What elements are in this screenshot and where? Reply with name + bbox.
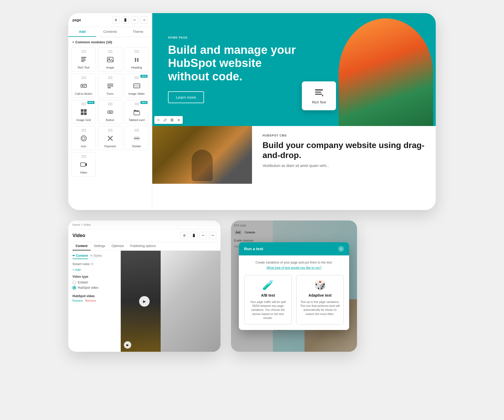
module-card-cta[interactable]: Call-to-Action	[71, 74, 96, 98]
module-card-image-grid[interactable]: NEW Image Grid	[71, 100, 96, 124]
heading-icon: H	[132, 55, 141, 64]
video-screenshot: Home > Video Video 🖥 📱 ↩ ↪ Content Setti…	[68, 220, 220, 352]
sidebar-tabs: Add Contents Theme	[68, 27, 152, 37]
modal-overlay: Run a test × Create variations of your p…	[231, 220, 357, 352]
module-card-rich-text[interactable]: Rich Text	[71, 47, 96, 71]
module-card-divider[interactable]: Divider	[124, 126, 149, 150]
redo-btn[interactable]: ↪	[140, 16, 148, 24]
module-label-payment: Payment	[104, 145, 116, 148]
undo-btn[interactable]: ↩	[131, 16, 138, 24]
toolbar-image-icon[interactable]: 🖼	[169, 117, 175, 123]
module-card-button[interactable]: Button	[98, 100, 122, 124]
ab-test-desc: Your page traffic will be split 50/50 be…	[248, 300, 288, 320]
ab-test-title: A/B test	[261, 293, 275, 297]
rich-text-tooltip: Rich Text	[302, 81, 336, 110]
hubspot-video-radio[interactable]	[72, 286, 76, 290]
bottom-content: HUBSPOT CMS Build your company website u…	[152, 126, 436, 210]
person-silhouette	[339, 18, 433, 126]
mobile-icon-btn[interactable]: 📱	[122, 16, 129, 24]
new-badge-slider: NEW	[140, 75, 148, 78]
hero-label: HOME PAGE	[168, 36, 299, 39]
toolbar-more-icon[interactable]: ⚙	[176, 117, 182, 123]
ab-test-screenshot: Edit page Add Contents Enable structure …	[231, 220, 357, 352]
video-title: Video	[72, 233, 85, 238]
module-card-image-slider[interactable]: NEW Image Slider	[124, 74, 149, 98]
topbar-icons: 🖥 📱 ↩ ↪	[112, 16, 148, 24]
module-card-payment[interactable]: Payment	[98, 126, 122, 150]
play-btn-overlay[interactable]: ▶	[139, 296, 150, 307]
new-badge-grid: NEW	[87, 101, 94, 104]
video-sidebar-content: ✏ Content ✕ Styles Smart rules ⓘ + Add V…	[68, 251, 220, 352]
svg-rect-16	[81, 109, 83, 112]
module-card-video[interactable]: Video	[71, 152, 96, 176]
embed-option[interactable]: Embed	[72, 281, 116, 284]
module-card-heading[interactable]: H Heading	[124, 47, 149, 71]
tab-theme[interactable]: Theme	[124, 27, 152, 37]
toolbar-link-icon[interactable]: 🔗	[162, 117, 168, 123]
drag-drop-subtext: Vestibulum ac diam sit amet quam vehi...	[262, 164, 425, 168]
monitor-icon-btn[interactable]: 🖥	[112, 16, 119, 24]
svg-rect-2	[81, 60, 86, 61]
embed-radio[interactable]	[72, 281, 76, 284]
module-card-form[interactable]: Form	[98, 74, 122, 98]
hero-learn-more-btn[interactable]: Learn more	[168, 91, 204, 103]
new-badge-tabbed: NEW	[140, 101, 148, 104]
module-card-icon[interactable]: Icon	[71, 126, 96, 150]
tab-add[interactable]: Add	[68, 27, 96, 37]
svg-rect-17	[84, 109, 87, 112]
video-tab-publishing[interactable]: Publishing options	[127, 242, 159, 250]
module-label-image: Image	[106, 66, 114, 69]
image-icon	[106, 55, 115, 64]
video-redo-btn[interactable]: ↪	[209, 232, 216, 239]
svg-rect-23	[134, 110, 136, 112]
module-card-tabbed[interactable]: NEW Tabbed card	[124, 100, 149, 124]
svg-rect-13	[108, 87, 111, 88]
svg-rect-10	[84, 86, 85, 87]
svg-rect-0	[81, 57, 86, 58]
icon-icon	[79, 134, 88, 143]
hubspot-video-option[interactable]: HubSpot video	[72, 286, 116, 290]
toolbar-strip: ✏ 🔗 🖼 ⚙	[154, 116, 183, 124]
svg-rect-15	[135, 85, 139, 87]
video-tab-content[interactable]: Content	[72, 242, 91, 250]
toolbar-edit-icon[interactable]: ✏	[155, 117, 161, 123]
video-tab-settings[interactable]: Settings	[91, 242, 108, 250]
ab-test-option[interactable]: 🧪 A/B test Your page traffic will be spl…	[244, 275, 292, 325]
modal-close-btn[interactable]: ×	[338, 246, 344, 252]
module-label-image-slider: Image Slider	[129, 92, 145, 95]
svg-point-25	[81, 136, 86, 141]
svg-rect-7	[81, 84, 87, 87]
video-undo-btn[interactable]: ↩	[200, 232, 207, 239]
tab-contents[interactable]: Contents	[96, 27, 124, 37]
styles-sub-tab[interactable]: ✕ Styles	[90, 254, 102, 259]
svg-rect-19	[84, 112, 87, 115]
svg-rect-9	[84, 85, 86, 86]
remove-link[interactable]: Remove	[85, 299, 96, 302]
sidebar-logo: page	[72, 18, 81, 22]
sidebar: page 🖥 📱 ↩ ↪ Add Contents Theme ▾ Common…	[68, 13, 152, 210]
adaptive-test-option[interactable]: 🎲 Adaptive test Test up to five page var…	[296, 275, 344, 325]
svg-rect-35	[315, 94, 322, 95]
divider-icon	[132, 134, 141, 143]
bottom-left-image	[152, 126, 252, 184]
svg-rect-21	[109, 112, 112, 113]
svg-rect-12	[108, 86, 113, 87]
video-breadcrumb: Home > Video	[72, 223, 91, 226]
svg-rect-18	[81, 112, 83, 115]
add-smart-rule-link[interactable]: + Add	[72, 268, 116, 272]
module-card-image[interactable]: Image	[98, 47, 122, 71]
payment-icon	[106, 134, 115, 143]
video-mobile-btn[interactable]: 📱	[190, 232, 197, 239]
content-sub-tab[interactable]: ✏ Content	[72, 254, 88, 259]
main-content: HOME PAGE Build and manage your HubSpot …	[152, 13, 436, 210]
video-monitor-btn[interactable]: 🖥	[181, 232, 188, 239]
button-icon	[106, 107, 115, 117]
video-tab-optimize[interactable]: Optimize	[108, 242, 127, 250]
video-topbar: Home > Video	[68, 220, 220, 229]
small-play-btn[interactable]: ▶	[124, 341, 131, 349]
svg-rect-32	[81, 163, 85, 166]
sidebar-topbar: page 🖥 📱 ↩ ↪	[68, 13, 152, 27]
module-label-tabbed: Tabbed card	[129, 118, 145, 122]
replace-link[interactable]: Replace	[72, 299, 83, 302]
module-label-divider: Divider	[132, 145, 141, 148]
